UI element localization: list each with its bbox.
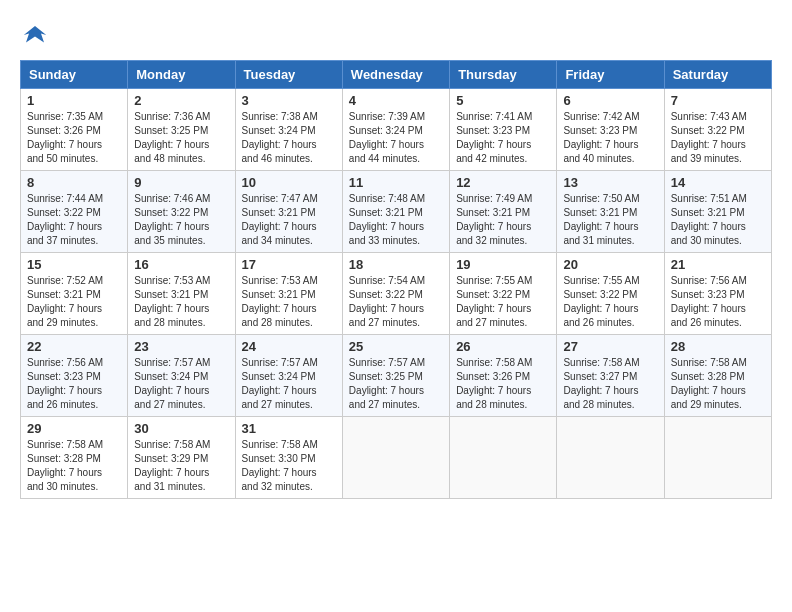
day-number: 19 bbox=[456, 257, 550, 272]
day-number: 12 bbox=[456, 175, 550, 190]
day-number: 20 bbox=[563, 257, 657, 272]
day-number: 26 bbox=[456, 339, 550, 354]
day-number: 1 bbox=[27, 93, 121, 108]
day-number: 8 bbox=[27, 175, 121, 190]
calendar-week-row: 1Sunrise: 7:35 AM Sunset: 3:26 PM Daylig… bbox=[21, 89, 772, 171]
day-number: 9 bbox=[134, 175, 228, 190]
calendar-day-cell: 28Sunrise: 7:58 AM Sunset: 3:28 PM Dayli… bbox=[664, 335, 771, 417]
calendar-day-cell: 27Sunrise: 7:58 AM Sunset: 3:27 PM Dayli… bbox=[557, 335, 664, 417]
calendar-day-cell bbox=[450, 417, 557, 499]
calendar-day-cell: 11Sunrise: 7:48 AM Sunset: 3:21 PM Dayli… bbox=[342, 171, 449, 253]
calendar-header: SundayMondayTuesdayWednesdayThursdayFrid… bbox=[21, 61, 772, 89]
day-info: Sunrise: 7:53 AM Sunset: 3:21 PM Dayligh… bbox=[134, 274, 228, 330]
calendar-day-cell: 14Sunrise: 7:51 AM Sunset: 3:21 PM Dayli… bbox=[664, 171, 771, 253]
calendar-day-cell: 24Sunrise: 7:57 AM Sunset: 3:24 PM Dayli… bbox=[235, 335, 342, 417]
day-info: Sunrise: 7:56 AM Sunset: 3:23 PM Dayligh… bbox=[27, 356, 121, 412]
day-info: Sunrise: 7:55 AM Sunset: 3:22 PM Dayligh… bbox=[563, 274, 657, 330]
calendar-day-cell: 26Sunrise: 7:58 AM Sunset: 3:26 PM Dayli… bbox=[450, 335, 557, 417]
day-number: 31 bbox=[242, 421, 336, 436]
day-info: Sunrise: 7:39 AM Sunset: 3:24 PM Dayligh… bbox=[349, 110, 443, 166]
calendar-day-cell: 30Sunrise: 7:58 AM Sunset: 3:29 PM Dayli… bbox=[128, 417, 235, 499]
day-of-week-header: Tuesday bbox=[235, 61, 342, 89]
day-info: Sunrise: 7:38 AM Sunset: 3:24 PM Dayligh… bbox=[242, 110, 336, 166]
logo-icon bbox=[20, 20, 50, 50]
day-number: 17 bbox=[242, 257, 336, 272]
day-info: Sunrise: 7:42 AM Sunset: 3:23 PM Dayligh… bbox=[563, 110, 657, 166]
calendar-body: 1Sunrise: 7:35 AM Sunset: 3:26 PM Daylig… bbox=[21, 89, 772, 499]
calendar-day-cell: 31Sunrise: 7:58 AM Sunset: 3:30 PM Dayli… bbox=[235, 417, 342, 499]
day-number: 7 bbox=[671, 93, 765, 108]
day-number: 6 bbox=[563, 93, 657, 108]
calendar-week-row: 8Sunrise: 7:44 AM Sunset: 3:22 PM Daylig… bbox=[21, 171, 772, 253]
day-number: 24 bbox=[242, 339, 336, 354]
day-info: Sunrise: 7:57 AM Sunset: 3:25 PM Dayligh… bbox=[349, 356, 443, 412]
day-of-week-header: Sunday bbox=[21, 61, 128, 89]
day-number: 29 bbox=[27, 421, 121, 436]
day-number: 30 bbox=[134, 421, 228, 436]
day-info: Sunrise: 7:36 AM Sunset: 3:25 PM Dayligh… bbox=[134, 110, 228, 166]
day-number: 21 bbox=[671, 257, 765, 272]
day-info: Sunrise: 7:35 AM Sunset: 3:26 PM Dayligh… bbox=[27, 110, 121, 166]
day-info: Sunrise: 7:43 AM Sunset: 3:22 PM Dayligh… bbox=[671, 110, 765, 166]
day-info: Sunrise: 7:57 AM Sunset: 3:24 PM Dayligh… bbox=[134, 356, 228, 412]
day-info: Sunrise: 7:41 AM Sunset: 3:23 PM Dayligh… bbox=[456, 110, 550, 166]
day-number: 10 bbox=[242, 175, 336, 190]
calendar-day-cell: 3Sunrise: 7:38 AM Sunset: 3:24 PM Daylig… bbox=[235, 89, 342, 171]
calendar-day-cell bbox=[557, 417, 664, 499]
day-of-week-header: Saturday bbox=[664, 61, 771, 89]
calendar-day-cell: 19Sunrise: 7:55 AM Sunset: 3:22 PM Dayli… bbox=[450, 253, 557, 335]
day-info: Sunrise: 7:58 AM Sunset: 3:28 PM Dayligh… bbox=[671, 356, 765, 412]
day-number: 2 bbox=[134, 93, 228, 108]
day-number: 14 bbox=[671, 175, 765, 190]
calendar-day-cell: 10Sunrise: 7:47 AM Sunset: 3:21 PM Dayli… bbox=[235, 171, 342, 253]
calendar-week-row: 15Sunrise: 7:52 AM Sunset: 3:21 PM Dayli… bbox=[21, 253, 772, 335]
svg-marker-0 bbox=[24, 26, 47, 43]
day-number: 27 bbox=[563, 339, 657, 354]
calendar-day-cell: 1Sunrise: 7:35 AM Sunset: 3:26 PM Daylig… bbox=[21, 89, 128, 171]
calendar-day-cell: 9Sunrise: 7:46 AM Sunset: 3:22 PM Daylig… bbox=[128, 171, 235, 253]
day-info: Sunrise: 7:53 AM Sunset: 3:21 PM Dayligh… bbox=[242, 274, 336, 330]
day-of-week-header: Monday bbox=[128, 61, 235, 89]
day-info: Sunrise: 7:58 AM Sunset: 3:28 PM Dayligh… bbox=[27, 438, 121, 494]
calendar-day-cell: 29Sunrise: 7:58 AM Sunset: 3:28 PM Dayli… bbox=[21, 417, 128, 499]
day-of-week-header: Thursday bbox=[450, 61, 557, 89]
calendar-day-cell: 8Sunrise: 7:44 AM Sunset: 3:22 PM Daylig… bbox=[21, 171, 128, 253]
calendar-day-cell: 4Sunrise: 7:39 AM Sunset: 3:24 PM Daylig… bbox=[342, 89, 449, 171]
day-info: Sunrise: 7:52 AM Sunset: 3:21 PM Dayligh… bbox=[27, 274, 121, 330]
calendar-week-row: 29Sunrise: 7:58 AM Sunset: 3:28 PM Dayli… bbox=[21, 417, 772, 499]
calendar-day-cell bbox=[664, 417, 771, 499]
day-info: Sunrise: 7:55 AM Sunset: 3:22 PM Dayligh… bbox=[456, 274, 550, 330]
calendar-day-cell: 13Sunrise: 7:50 AM Sunset: 3:21 PM Dayli… bbox=[557, 171, 664, 253]
day-info: Sunrise: 7:58 AM Sunset: 3:30 PM Dayligh… bbox=[242, 438, 336, 494]
day-number: 4 bbox=[349, 93, 443, 108]
calendar-day-cell: 22Sunrise: 7:56 AM Sunset: 3:23 PM Dayli… bbox=[21, 335, 128, 417]
day-number: 22 bbox=[27, 339, 121, 354]
calendar-day-cell: 17Sunrise: 7:53 AM Sunset: 3:21 PM Dayli… bbox=[235, 253, 342, 335]
day-info: Sunrise: 7:58 AM Sunset: 3:27 PM Dayligh… bbox=[563, 356, 657, 412]
calendar-day-cell: 21Sunrise: 7:56 AM Sunset: 3:23 PM Dayli… bbox=[664, 253, 771, 335]
day-number: 15 bbox=[27, 257, 121, 272]
calendar-day-cell: 5Sunrise: 7:41 AM Sunset: 3:23 PM Daylig… bbox=[450, 89, 557, 171]
day-info: Sunrise: 7:54 AM Sunset: 3:22 PM Dayligh… bbox=[349, 274, 443, 330]
calendar-day-cell: 16Sunrise: 7:53 AM Sunset: 3:21 PM Dayli… bbox=[128, 253, 235, 335]
day-info: Sunrise: 7:46 AM Sunset: 3:22 PM Dayligh… bbox=[134, 192, 228, 248]
calendar-day-cell: 2Sunrise: 7:36 AM Sunset: 3:25 PM Daylig… bbox=[128, 89, 235, 171]
header-row: SundayMondayTuesdayWednesdayThursdayFrid… bbox=[21, 61, 772, 89]
calendar-day-cell: 15Sunrise: 7:52 AM Sunset: 3:21 PM Dayli… bbox=[21, 253, 128, 335]
day-number: 5 bbox=[456, 93, 550, 108]
calendar-day-cell: 6Sunrise: 7:42 AM Sunset: 3:23 PM Daylig… bbox=[557, 89, 664, 171]
day-number: 28 bbox=[671, 339, 765, 354]
day-of-week-header: Wednesday bbox=[342, 61, 449, 89]
day-info: Sunrise: 7:49 AM Sunset: 3:21 PM Dayligh… bbox=[456, 192, 550, 248]
calendar-day-cell: 7Sunrise: 7:43 AM Sunset: 3:22 PM Daylig… bbox=[664, 89, 771, 171]
calendar-day-cell bbox=[342, 417, 449, 499]
day-info: Sunrise: 7:51 AM Sunset: 3:21 PM Dayligh… bbox=[671, 192, 765, 248]
calendar-day-cell: 18Sunrise: 7:54 AM Sunset: 3:22 PM Dayli… bbox=[342, 253, 449, 335]
page-header bbox=[20, 20, 772, 50]
day-info: Sunrise: 7:57 AM Sunset: 3:24 PM Dayligh… bbox=[242, 356, 336, 412]
calendar-week-row: 22Sunrise: 7:56 AM Sunset: 3:23 PM Dayli… bbox=[21, 335, 772, 417]
day-number: 13 bbox=[563, 175, 657, 190]
day-number: 23 bbox=[134, 339, 228, 354]
day-info: Sunrise: 7:44 AM Sunset: 3:22 PM Dayligh… bbox=[27, 192, 121, 248]
day-number: 16 bbox=[134, 257, 228, 272]
